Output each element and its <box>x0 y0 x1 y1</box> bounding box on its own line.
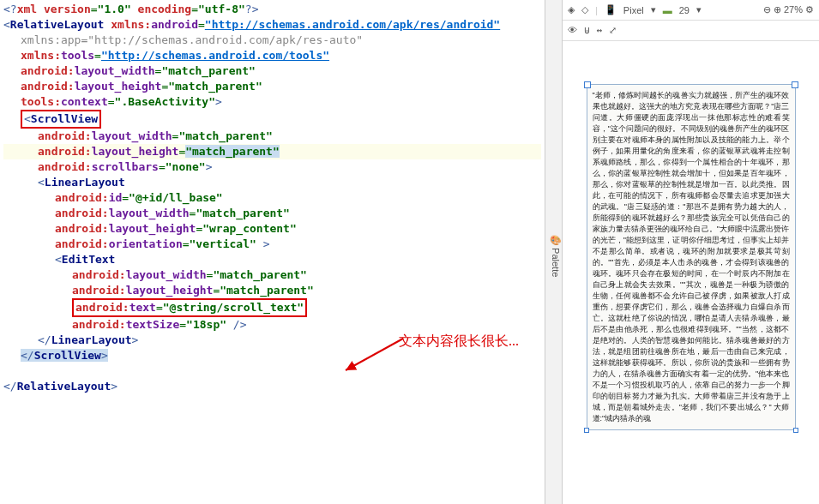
root-close: </RelativeLayout> <box>3 379 541 394</box>
svg-line-0 <box>346 339 403 370</box>
zoom-in-icon[interactable]: ⊕ <box>774 4 781 15</box>
scrollview-open: <ScrollView <box>3 110 541 129</box>
zoom-out-icon[interactable]: ⊖ <box>763 4 771 15</box>
zoom-value: 27% <box>784 4 803 15</box>
magnet-icon[interactable]: ⊎ <box>584 25 590 36</box>
preview-toolbar-1: ◈ ◇ | 📱 Pixel ▾ ▬ 29 ▾ ⊖ ⊕ 27% ⚙ <box>563 0 819 21</box>
xmlns-tools: xmlns:tools="http://schemas.android.com/… <box>3 48 541 63</box>
api-icon[interactable]: ▬ <box>663 5 672 15</box>
settings-icon[interactable]: ⚙ <box>805 4 814 15</box>
expand-icon[interactable]: ⤢ <box>609 25 617 36</box>
et-lw: android:layout_width="match_parent" <box>3 267 541 283</box>
design-icon[interactable]: ◈ <box>568 4 575 15</box>
ll-lh: android:layout_height="wrap_content" <box>3 221 541 237</box>
xml-declaration: <?xml version="1.0" encoding="utf-8"?> <box>3 2 541 17</box>
preview-pane: ◈ ◇ | 📱 Pixel ▾ ▬ 29 ▾ ⊖ ⊕ 27% ⚙ 👁 ⊎ ↔ <box>563 0 819 504</box>
root-lh: android:layout_height="match_parent" <box>3 79 541 94</box>
et-textsize: android:textSize="18sp" /> <box>3 317 541 333</box>
api-select[interactable]: 29 <box>679 5 690 15</box>
linearlayout-open: <LinearLayout <box>3 175 541 190</box>
annotation-text: 文本内容很长很长... <box>399 333 519 351</box>
sv-lw: android:layout_width="match_parent" <box>3 129 541 144</box>
palette-label: Palette <box>551 248 561 277</box>
root-lw: android:layout_width="match_parent" <box>3 63 541 79</box>
eye-icon[interactable]: 👁 <box>568 25 577 36</box>
palette-tab[interactable]: 🎨 Palette <box>545 0 563 504</box>
sv-scrollbars: android:scrollbars="none"> <box>3 159 541 175</box>
tools-context: tools:context=".BaseActivity"> <box>3 94 541 110</box>
sv-lh: android:layout_height="match_parent" <box>3 144 541 159</box>
xml-editor[interactable]: <?xml version="1.0" encoding="utf-8"?> <… <box>0 0 545 504</box>
root-open: <RelativeLayout xmlns:android="http://sc… <box>3 17 541 33</box>
device-select[interactable]: Pixel <box>623 5 644 15</box>
xmlns-app: xmlns:app="http://schemas.android.com/ap… <box>3 33 541 48</box>
preview-toolbar-2: 👁 ⊎ ↔ ⤢ <box>563 21 819 41</box>
edittext-open: <EditText <box>3 252 541 267</box>
et-text: android:text="@string/scroll_text" <box>3 298 541 317</box>
preview-text: "老师，修炼时间越长的魂兽实力就越强，所产生的魂环效果也就越好。这强大的地方究竟… <box>593 90 790 424</box>
palette-icon: 🎨 <box>551 234 561 245</box>
annotation-arrow <box>339 334 407 377</box>
align-icon[interactable]: ↔ <box>597 25 603 36</box>
device-preview-frame[interactable]: "老师，修炼时间越长的魂兽实力就越强，所产生的魂环效果也就越好。这强大的地方究竟… <box>587 84 796 430</box>
device-icon[interactable]: 📱 <box>605 4 617 15</box>
ll-orient: android:orientation="vertical" > <box>3 237 541 252</box>
surface-icon[interactable]: ◇ <box>581 4 588 15</box>
et-lh: android:layout_height="match_parent" <box>3 283 541 298</box>
ll-lw: android:layout_width="match_parent" <box>3 206 541 221</box>
ll-id: android:id="@+id/ll_base" <box>3 190 541 206</box>
